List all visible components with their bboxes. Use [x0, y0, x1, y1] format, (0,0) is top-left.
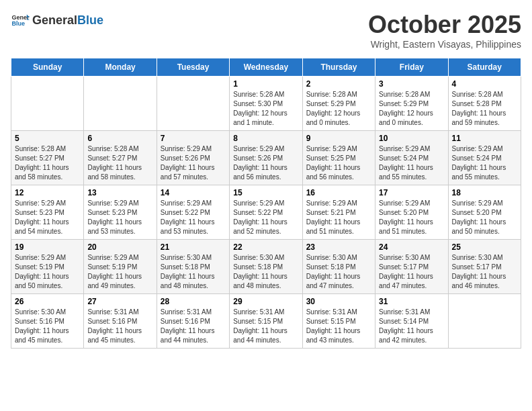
calendar-cell: 21Sunrise: 5:30 AM Sunset: 5:18 PM Dayli… [157, 240, 229, 294]
day-number: 31 [379, 297, 444, 306]
day-number: 24 [379, 242, 444, 252]
calendar-cell: 12Sunrise: 5:29 AM Sunset: 5:23 PM Dayli… [11, 185, 84, 240]
day-info: Sunrise: 5:28 AM Sunset: 5:27 PM Dayligh… [15, 144, 80, 182]
calendar-cell: 31Sunrise: 5:31 AM Sunset: 5:14 PM Dayli… [375, 294, 448, 349]
day-info: Sunrise: 5:28 AM Sunset: 5:29 PM Dayligh… [379, 90, 444, 128]
calendar-week-3: 12Sunrise: 5:29 AM Sunset: 5:23 PM Dayli… [11, 185, 521, 240]
day-info: Sunrise: 5:31 AM Sunset: 5:14 PM Dayligh… [379, 308, 444, 345]
logo: General Blue GeneralBlue [11, 11, 103, 30]
day-number: 16 [306, 188, 371, 197]
days-header-row: SundayMondayTuesdayWednesdayThursdayFrid… [11, 58, 521, 77]
day-info: Sunrise: 5:28 AM Sunset: 5:28 PM Dayligh… [452, 90, 517, 128]
calendar-cell: 8Sunrise: 5:29 AM Sunset: 5:26 PM Daylig… [230, 131, 302, 185]
day-number: 1 [233, 79, 298, 89]
day-number: 11 [452, 134, 517, 143]
day-number: 13 [87, 188, 152, 197]
calendar-week-1: 1Sunrise: 5:28 AM Sunset: 5:30 PM Daylig… [11, 77, 521, 131]
day-info: Sunrise: 5:29 AM Sunset: 5:23 PM Dayligh… [15, 199, 80, 236]
day-header-saturday: Saturday [448, 58, 521, 77]
day-number: 12 [15, 188, 80, 197]
day-number: 25 [452, 242, 517, 252]
calendar-cell: 20Sunrise: 5:29 AM Sunset: 5:19 PM Dayli… [84, 240, 157, 294]
day-number: 14 [161, 188, 226, 197]
day-info: Sunrise: 5:30 AM Sunset: 5:16 PM Dayligh… [15, 308, 80, 345]
day-number: 28 [161, 297, 226, 306]
day-header-wednesday: Wednesday [230, 58, 302, 77]
day-info: Sunrise: 5:29 AM Sunset: 5:20 PM Dayligh… [379, 199, 444, 236]
day-info: Sunrise: 5:29 AM Sunset: 5:20 PM Dayligh… [452, 199, 517, 236]
calendar-cell: 13Sunrise: 5:29 AM Sunset: 5:23 PM Dayli… [84, 185, 157, 240]
day-info: Sunrise: 5:29 AM Sunset: 5:22 PM Dayligh… [161, 199, 226, 236]
day-number: 19 [15, 242, 80, 252]
calendar-cell: 9Sunrise: 5:29 AM Sunset: 5:25 PM Daylig… [302, 131, 375, 185]
svg-text:Blue: Blue [11, 20, 25, 27]
calendar-cell: 24Sunrise: 5:30 AM Sunset: 5:17 PM Dayli… [375, 240, 448, 294]
day-info: Sunrise: 5:28 AM Sunset: 5:30 PM Dayligh… [233, 90, 298, 128]
day-number: 18 [452, 188, 517, 197]
day-number: 5 [15, 134, 80, 143]
logo-icon: General Blue [11, 11, 30, 30]
calendar-cell: 11Sunrise: 5:29 AM Sunset: 5:24 PM Dayli… [448, 131, 521, 185]
calendar-cell: 18Sunrise: 5:29 AM Sunset: 5:20 PM Dayli… [448, 185, 521, 240]
day-number: 2 [306, 79, 371, 89]
day-number: 15 [233, 188, 298, 197]
day-number: 7 [161, 134, 226, 143]
day-header-sunday: Sunday [11, 58, 84, 77]
calendar-cell: 30Sunrise: 5:31 AM Sunset: 5:15 PM Dayli… [302, 294, 375, 349]
day-info: Sunrise: 5:28 AM Sunset: 5:29 PM Dayligh… [306, 90, 371, 128]
day-number: 8 [233, 134, 298, 143]
calendar-cell: 15Sunrise: 5:29 AM Sunset: 5:22 PM Dayli… [230, 185, 302, 240]
calendar-cell: 10Sunrise: 5:29 AM Sunset: 5:24 PM Dayli… [375, 131, 448, 185]
day-number: 3 [379, 79, 444, 89]
day-info: Sunrise: 5:30 AM Sunset: 5:17 PM Dayligh… [379, 253, 444, 291]
day-info: Sunrise: 5:29 AM Sunset: 5:25 PM Dayligh… [306, 144, 371, 182]
calendar-table: SundayMondayTuesdayWednesdayThursdayFrid… [11, 58, 521, 349]
day-info: Sunrise: 5:30 AM Sunset: 5:18 PM Dayligh… [233, 253, 298, 291]
day-info: Sunrise: 5:30 AM Sunset: 5:17 PM Dayligh… [452, 253, 517, 291]
day-number: 27 [87, 297, 152, 306]
calendar-cell: 27Sunrise: 5:31 AM Sunset: 5:16 PM Dayli… [84, 294, 157, 349]
day-info: Sunrise: 5:31 AM Sunset: 5:15 PM Dayligh… [233, 308, 298, 345]
day-info: Sunrise: 5:29 AM Sunset: 5:21 PM Dayligh… [306, 199, 371, 236]
day-info: Sunrise: 5:29 AM Sunset: 5:19 PM Dayligh… [15, 253, 80, 291]
day-number: 23 [306, 242, 371, 252]
day-info: Sunrise: 5:29 AM Sunset: 5:19 PM Dayligh… [87, 253, 152, 291]
day-info: Sunrise: 5:29 AM Sunset: 5:26 PM Dayligh… [233, 144, 298, 182]
day-number: 4 [452, 79, 517, 89]
day-number: 6 [87, 134, 152, 143]
day-header-friday: Friday [375, 58, 448, 77]
calendar-cell: 16Sunrise: 5:29 AM Sunset: 5:21 PM Dayli… [302, 185, 375, 240]
day-info: Sunrise: 5:29 AM Sunset: 5:22 PM Dayligh… [233, 199, 298, 236]
day-info: Sunrise: 5:31 AM Sunset: 5:16 PM Dayligh… [161, 308, 226, 345]
day-number: 21 [161, 242, 226, 252]
calendar-cell: 26Sunrise: 5:30 AM Sunset: 5:16 PM Dayli… [11, 294, 84, 349]
day-number: 26 [15, 297, 80, 306]
day-number: 17 [379, 188, 444, 197]
calendar-week-4: 19Sunrise: 5:29 AM Sunset: 5:19 PM Dayli… [11, 240, 521, 294]
day-info: Sunrise: 5:28 AM Sunset: 5:27 PM Dayligh… [87, 144, 152, 182]
day-info: Sunrise: 5:31 AM Sunset: 5:15 PM Dayligh… [306, 308, 371, 345]
day-info: Sunrise: 5:30 AM Sunset: 5:18 PM Dayligh… [161, 253, 226, 291]
calendar-cell: 19Sunrise: 5:29 AM Sunset: 5:19 PM Dayli… [11, 240, 84, 294]
month-title: October 2025 [368, 11, 521, 39]
calendar-cell: 25Sunrise: 5:30 AM Sunset: 5:17 PM Dayli… [448, 240, 521, 294]
calendar-cell [157, 77, 229, 131]
day-info: Sunrise: 5:29 AM Sunset: 5:24 PM Dayligh… [452, 144, 517, 182]
day-info: Sunrise: 5:30 AM Sunset: 5:18 PM Dayligh… [306, 253, 371, 291]
calendar-cell: 4Sunrise: 5:28 AM Sunset: 5:28 PM Daylig… [448, 77, 521, 131]
calendar-cell: 29Sunrise: 5:31 AM Sunset: 5:15 PM Dayli… [230, 294, 302, 349]
calendar-body: 1Sunrise: 5:28 AM Sunset: 5:30 PM Daylig… [11, 77, 521, 349]
calendar-cell: 28Sunrise: 5:31 AM Sunset: 5:16 PM Dayli… [157, 294, 229, 349]
calendar-week-5: 26Sunrise: 5:30 AM Sunset: 5:16 PM Dayli… [11, 294, 521, 349]
day-info: Sunrise: 5:29 AM Sunset: 5:26 PM Dayligh… [161, 144, 226, 182]
calendar-cell: 22Sunrise: 5:30 AM Sunset: 5:18 PM Dayli… [230, 240, 302, 294]
calendar-cell: 5Sunrise: 5:28 AM Sunset: 5:27 PM Daylig… [11, 131, 84, 185]
day-info: Sunrise: 5:29 AM Sunset: 5:23 PM Dayligh… [87, 199, 152, 236]
day-number: 10 [379, 134, 444, 143]
calendar-cell: 2Sunrise: 5:28 AM Sunset: 5:29 PM Daylig… [302, 77, 375, 131]
day-number: 30 [306, 297, 371, 306]
calendar-week-2: 5Sunrise: 5:28 AM Sunset: 5:27 PM Daylig… [11, 131, 521, 185]
day-header-tuesday: Tuesday [157, 58, 229, 77]
header: General Blue GeneralBlue October 2025 Wr… [11, 11, 521, 50]
title-area: October 2025 Wright, Eastern Visayas, Ph… [368, 11, 521, 50]
